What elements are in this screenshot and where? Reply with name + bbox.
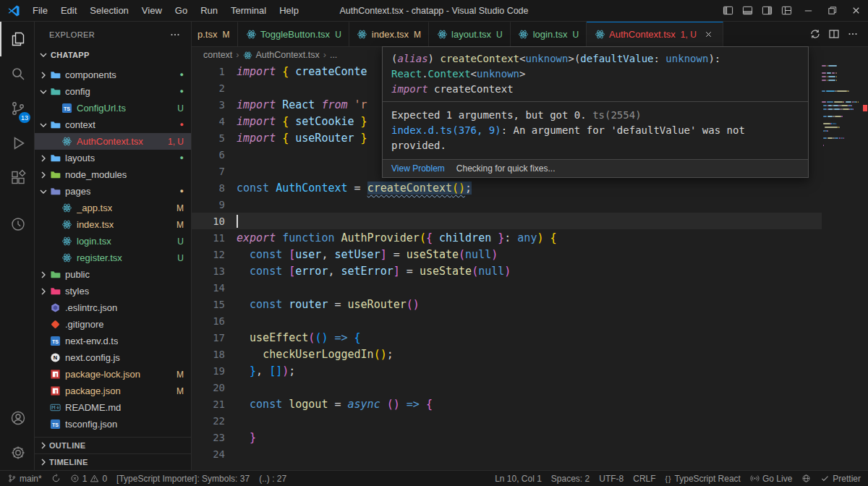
- code-token: ,: [256, 364, 269, 378]
- tab-layout.tsx[interactable]: layout.tsxU: [429, 22, 511, 46]
- git-status-badge: M: [176, 203, 184, 213]
- modified-dot: ●: [180, 88, 184, 95]
- explorer-more-icon[interactable]: [169, 29, 181, 40]
- tree-folder-node_modules[interactable]: node_modules: [35, 166, 191, 183]
- tree-file-AuthContext.tsx[interactable]: AuthContext.tsx1, U: [35, 133, 191, 150]
- toggle-secondary-sidebar-button[interactable]: [757, 0, 777, 22]
- tree-file-register.tsx[interactable]: register.tsxU: [35, 250, 191, 266]
- accounts-activity-button[interactable]: [0, 401, 34, 435]
- tree-file-.eslintrc.json[interactable]: .eslintrc.json: [35, 299, 191, 316]
- go-live-status[interactable]: Go Live: [750, 474, 792, 484]
- breadcrumb-item-...[interactable]: ...: [330, 50, 337, 60]
- ts-importer-status[interactable]: [TypeScript Importer]: Symbols: 37: [116, 474, 250, 484]
- tree-folder-pages[interactable]: pages●: [35, 183, 191, 200]
- workspace-header[interactable]: CHATAPP: [35, 47, 191, 63]
- tab-ToggleButton.tsx[interactable]: ToggleButton.tsxU: [238, 22, 349, 46]
- code-text: const AuthContext = createContext();: [237, 182, 472, 195]
- tab-index.tsx[interactable]: index.tsxM: [349, 22, 429, 46]
- activity-bar-bottom: [0, 401, 34, 470]
- extensions-activity-button[interactable]: [0, 161, 34, 195]
- language-mode-status[interactable]: {}TypeScript React: [665, 474, 741, 484]
- line-number: 3: [192, 99, 237, 111]
- tree-file-README.md[interactable]: README.md: [35, 399, 191, 416]
- code-token: =: [348, 182, 367, 195]
- close-button[interactable]: [844, 0, 868, 22]
- tree-folder-public[interactable]: public: [35, 266, 191, 283]
- minimap-segment: [835, 116, 841, 117]
- toggle-panel-button[interactable]: [738, 0, 757, 22]
- minimize-button[interactable]: [796, 0, 820, 22]
- indent-spacer: [38, 385, 49, 397]
- menu-selection[interactable]: Selection: [83, 0, 135, 22]
- extra-activity-button[interactable]: [0, 207, 34, 242]
- view-problem-link[interactable]: View Problem: [391, 163, 445, 174]
- toggle-primary-sidebar-button[interactable]: [718, 0, 738, 22]
- code-token: setUser: [334, 248, 380, 261]
- minimap-line: [822, 101, 862, 103]
- menu-edit[interactable]: Edit: [54, 0, 83, 22]
- tree-file-next-env.d.ts[interactable]: TSnext-env.d.ts: [35, 333, 191, 349]
- line-number: 4: [192, 116, 237, 127]
- minimap[interactable]: [822, 63, 862, 470]
- tree-folder-layouts[interactable]: layouts●: [35, 150, 191, 166]
- cursor-position-status[interactable]: Ln 10, Col 1: [495, 474, 542, 484]
- tree-file-package-lock.json[interactable]: package-lock.jsonM: [35, 366, 191, 383]
- source-control-activity-button[interactable]: 13: [0, 91, 34, 126]
- tree-folder-styles[interactable]: styles: [35, 283, 191, 299]
- symbol-count-status[interactable]: (..) : 27: [259, 474, 286, 484]
- menu-terminal[interactable]: Terminal: [224, 0, 273, 22]
- search-activity-button[interactable]: [0, 56, 34, 91]
- split-editor-button[interactable]: [825, 25, 843, 43]
- tree-folder-context[interactable]: context●: [35, 116, 191, 133]
- encoding-status[interactable]: UTF-8: [599, 474, 624, 484]
- eol-status[interactable]: CRLF: [633, 474, 655, 484]
- settings-activity-button[interactable]: [0, 435, 34, 470]
- tree-file-ConfigUrl.ts[interactable]: TSConfigUrl.tsU: [35, 100, 191, 116]
- modified-dot: ●: [180, 72, 184, 78]
- chevron-right-icon: [38, 69, 49, 81]
- breadcrumb-label: context: [203, 50, 232, 60]
- panel-timeline[interactable]: TIMELINE: [35, 453, 191, 470]
- indentation-status[interactable]: Spaces: 2: [551, 474, 590, 484]
- menu-file[interactable]: File: [26, 0, 54, 22]
- status-text: CRLF: [633, 474, 655, 484]
- tab-login.tsx[interactable]: login.tsxU: [511, 22, 587, 46]
- explorer-activity-button[interactable]: [0, 22, 34, 56]
- tree-folder-config[interactable]: config●: [35, 83, 191, 100]
- git-status-badge: U: [177, 103, 184, 114]
- prettier-status[interactable]: Prettier: [820, 474, 861, 484]
- code-token: >: [519, 68, 525, 80]
- extension-status[interactable]: [801, 474, 811, 483]
- customize-layout-button[interactable]: [777, 0, 796, 22]
- tab-label: ToggleButton.tsx: [260, 29, 330, 40]
- tree-file-login.tsx[interactable]: login.tsxU: [35, 233, 191, 250]
- menu-run[interactable]: Run: [194, 0, 224, 22]
- code-token: Expected 1 arguments, but got 0.: [391, 109, 592, 121]
- menu-view[interactable]: View: [135, 0, 169, 22]
- editor-more-actions-button[interactable]: [843, 25, 862, 43]
- code-token: [237, 265, 250, 278]
- tree-file-tsconfig.json[interactable]: TStsconfig.json: [35, 416, 191, 432]
- problems-status[interactable]: 10: [70, 474, 107, 484]
- tree-file-_app.tsx[interactable]: _app.tsxM: [35, 200, 191, 216]
- tree-file-.gitignore[interactable]: .gitignore: [35, 316, 191, 333]
- tree-folder-components[interactable]: components●: [35, 67, 191, 83]
- git-status-badge: U: [177, 253, 184, 263]
- sync-status[interactable]: [51, 474, 61, 483]
- panel-outline[interactable]: OUTLINE: [35, 437, 191, 453]
- tree-file-package.json[interactable]: package.jsonM: [35, 383, 191, 399]
- code-text: export function AuthProvider({ children …: [237, 231, 557, 244]
- tree-file-index.tsx[interactable]: index.tsxM: [35, 216, 191, 233]
- breadcrumb-item-AuthContext.tsx[interactable]: AuthContext.tsx: [242, 50, 319, 60]
- git-branch-status[interactable]: main*: [7, 474, 42, 484]
- menu-go[interactable]: Go: [169, 0, 194, 22]
- restore-button[interactable]: [820, 0, 844, 22]
- tree-file-next.config.js[interactable]: Nnext.config.js: [35, 349, 191, 366]
- tab-AuthContext.tsx[interactable]: AuthContext.tsx1, U: [587, 22, 723, 46]
- menu-help[interactable]: Help: [273, 0, 305, 22]
- breadcrumb-item-context[interactable]: context: [203, 50, 232, 60]
- tab-p.tsx[interactable]: p.tsxM: [192, 22, 238, 46]
- run-debug-activity-button[interactable]: [0, 126, 34, 161]
- open-changes-button[interactable]: [806, 25, 825, 43]
- close-tab-button[interactable]: [702, 28, 715, 41]
